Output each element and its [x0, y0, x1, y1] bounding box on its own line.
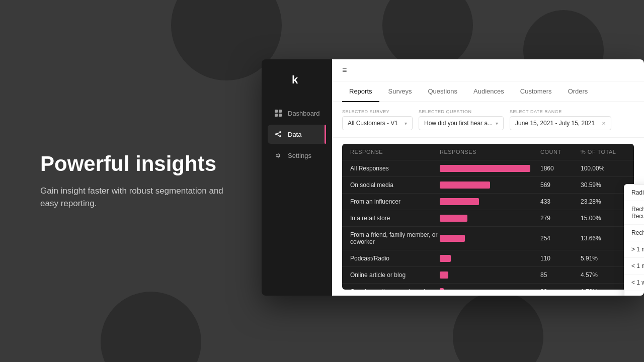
response-bar [440, 198, 479, 205]
td-bar-cell [440, 255, 540, 262]
top-bar: ≡ [332, 59, 644, 81]
table-row: All Responses 1860 100.00% [342, 160, 634, 177]
table-row: Podcast/Radio 110 5.91% [342, 250, 634, 267]
td-bar-cell [440, 165, 540, 172]
survey-filter-group: Selected Survey All Customers - V1 ▾ [342, 109, 413, 130]
table-row: From an influencer 433 23.28% [342, 194, 634, 210]
dropdown-item[interactable]: < 1 week since intro [624, 275, 644, 291]
svg-point-5 [275, 133, 277, 135]
response-bar [440, 288, 444, 290]
sidebar-item-settings-label: Settings [288, 152, 311, 159]
svg-line-8 [277, 133, 279, 134]
date-filter-label: Select date range [510, 109, 611, 114]
question-chevron-icon: ▾ [496, 121, 498, 126]
svg-rect-4 [279, 114, 282, 117]
tab-surveys[interactable]: Surveys [381, 81, 419, 102]
response-bar [440, 255, 451, 262]
bg-decoration-4 [453, 292, 543, 362]
td-percent: 13.66% [581, 235, 626, 242]
hero-subtitle: Gain insight faster with robust segmenta… [40, 185, 242, 210]
dropdown-overlay: Radio/podcast buyersRecharge - Subscript… [624, 184, 644, 296]
sidebar-nav: Dashboard Data [262, 104, 332, 167]
td-percent: 23.28% [581, 198, 626, 205]
dropdown-item[interactable]: > 1 month since intro [624, 241, 644, 258]
app-logo: k [287, 69, 307, 89]
table-row: Online article or blog 85 4.57% [342, 267, 634, 284]
response-bar [440, 215, 467, 222]
td-bar-cell [440, 235, 540, 242]
response-bar [440, 235, 465, 242]
settings-icon [274, 151, 283, 160]
survey-filter-label: Selected Survey [342, 109, 413, 114]
tab-orders[interactable]: Orders [561, 81, 595, 102]
date-filter-select[interactable]: June 15, 2021 - July 15, 2021 ✕ [510, 116, 611, 130]
td-bar-cell [440, 272, 540, 279]
svg-point-6 [279, 131, 281, 133]
response-bar [440, 182, 490, 189]
response-bar [440, 272, 448, 279]
date-filter-group: Select date range June 15, 2021 - July 1… [510, 109, 611, 130]
active-indicator [325, 125, 326, 144]
td-count: 279 [540, 215, 581, 222]
sidebar-item-data[interactable]: Data [268, 125, 326, 144]
response-bar [440, 165, 530, 172]
td-count: 433 [540, 198, 581, 205]
dropdown-item[interactable]: Recharge - New Subscription [624, 225, 644, 241]
tab-reports[interactable]: Reports [342, 81, 379, 102]
app-window: k Dashboard [262, 59, 644, 296]
survey-filter-select[interactable]: All Customers - V1 ▾ [342, 116, 413, 130]
nav-tabs: Reports Surveys Questions Audiences Cust… [332, 81, 644, 102]
survey-chevron-icon: ▾ [405, 121, 407, 126]
td-count: 85 [540, 272, 581, 279]
td-bar-cell [440, 288, 540, 290]
logo-icon: k [290, 72, 304, 86]
svg-line-9 [277, 135, 279, 136]
filters-row: Selected Survey All Customers - V1 ▾ Sel… [332, 102, 644, 138]
td-bar-cell [440, 198, 540, 205]
dashboard-icon [274, 109, 283, 118]
td-response-name: From an influencer [350, 198, 440, 205]
dropdown-item[interactable]: < 1 day since intro [624, 291, 644, 296]
dropdown-item[interactable]: < 1 month since intro [624, 258, 644, 275]
hamburger-icon[interactable]: ≡ [342, 66, 347, 75]
table-row: In a retail store 279 15.00% [342, 210, 634, 227]
th-response: Response [350, 149, 440, 155]
td-percent: 30.59% [581, 182, 626, 189]
main-content: ≡ Reports Surveys Questions Audiences Cu… [332, 59, 644, 296]
td-count: 569 [540, 182, 581, 189]
table-row: Google or other search engine 32 1.72% [342, 284, 634, 290]
svg-text:k: k [292, 73, 298, 86]
table-row: On social media 569 30.59% [342, 177, 634, 194]
td-bar-cell [440, 182, 540, 189]
sidebar: k Dashboard [262, 59, 332, 296]
data-table: Response Responses Count % of Total All … [342, 144, 634, 290]
sidebar-item-data-label: Data [288, 131, 301, 138]
td-percent: 15.00% [581, 215, 626, 222]
th-count: Count [540, 149, 581, 155]
td-count: 1860 [540, 165, 581, 172]
sidebar-item-dashboard-label: Dashboard [288, 110, 320, 117]
tab-audiences[interactable]: Audiences [466, 81, 511, 102]
hero-title: Powerful insights [40, 152, 242, 176]
td-percent: 5.91% [581, 255, 626, 262]
td-response-name: Online article or blog [350, 272, 440, 279]
date-close-icon[interactable]: ✕ [602, 121, 606, 126]
td-percent: 1.72% [581, 288, 626, 290]
dropdown-item[interactable]: Radio/podcast buyers [624, 185, 644, 201]
th-responses: Responses [440, 149, 540, 155]
question-filter-label: Selected Question [419, 109, 504, 114]
sidebar-item-settings[interactable]: Settings [268, 146, 326, 165]
table-row: From a friend, family member, or coworke… [342, 227, 634, 250]
table-body: All Responses 1860 100.00% On social med… [342, 160, 634, 290]
tab-questions[interactable]: Questions [421, 81, 465, 102]
sidebar-item-dashboard[interactable]: Dashboard [268, 104, 326, 123]
date-filter-value: June 15, 2021 - July 15, 2021 [515, 120, 595, 127]
question-filter-select[interactable]: How did you first hear a... ▾ [419, 116, 504, 130]
svg-rect-3 [275, 114, 278, 117]
svg-rect-2 [279, 110, 282, 113]
td-response-name: Podcast/Radio [350, 255, 440, 262]
td-count: 32 [540, 288, 581, 290]
td-count: 110 [540, 255, 581, 262]
tab-customers[interactable]: Customers [513, 81, 559, 102]
dropdown-item[interactable]: Recharge - Subscription Recur... [624, 201, 644, 225]
